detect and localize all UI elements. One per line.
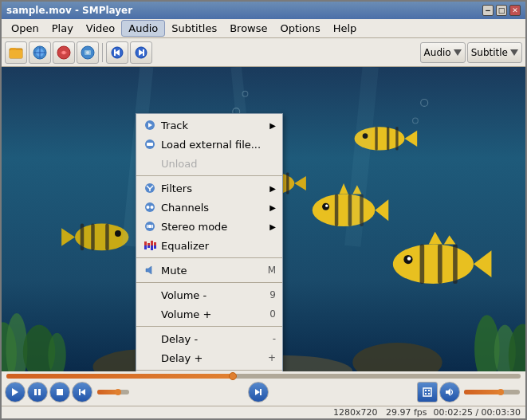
- skip-back-icon: [77, 387, 87, 397]
- menu-delay-up[interactable]: Delay + +: [136, 348, 282, 367]
- app-window: sample.mov - SMPlayer − □ ✕ Open Play Vi…: [0, 0, 527, 420]
- controls-row: [2, 380, 525, 406]
- load-external-label: Load external file...: [161, 139, 276, 151]
- delay-down-label: Delay -: [161, 333, 257, 345]
- svg-rect-86: [148, 225, 151, 228]
- progress-thumb[interactable]: [229, 372, 237, 380]
- open-button[interactable]: [5, 41, 27, 64]
- separator-after-delay: [136, 370, 282, 371]
- playback-time: 00:02:25 / 00:03:30: [433, 407, 521, 418]
- fullscreen-icon: [423, 387, 432, 397]
- svg-rect-1: [10, 50, 22, 58]
- delay-up-label: Delay +: [161, 352, 252, 364]
- svg-point-8: [62, 51, 65, 54]
- svg-rect-103: [260, 389, 262, 395]
- audio-dropdown-label: Audio: [424, 47, 451, 58]
- channels-label: Channels: [161, 202, 263, 214]
- filter-icon: [143, 181, 157, 195]
- svg-rect-101: [79, 389, 81, 395]
- volume-down-shortcut: 9: [269, 289, 276, 300]
- svg-rect-35: [335, 194, 338, 226]
- skip-back-button[interactable]: [72, 382, 92, 402]
- svg-rect-99: [57, 389, 63, 395]
- menu-help[interactable]: Help: [327, 21, 364, 36]
- maximize-button[interactable]: □: [496, 5, 507, 16]
- video-resolution: 1280x720 29.97 fps: [333, 407, 427, 418]
- close-button[interactable]: ✕: [509, 5, 521, 16]
- menu-unload: Unload: [136, 154, 282, 173]
- play-button[interactable]: [5, 382, 26, 402]
- menu-track[interactable]: Track ▶: [136, 116, 282, 135]
- svg-rect-79: [147, 143, 153, 146]
- menu-channels[interactable]: Channels ▶: [136, 198, 282, 217]
- delay-down-icon: [143, 332, 157, 346]
- mute-icon: [143, 263, 157, 277]
- svg-rect-87: [144, 241, 147, 245]
- menu-audio[interactable]: Audio: [121, 20, 165, 37]
- volume-thumb[interactable]: [498, 389, 504, 395]
- menu-options[interactable]: Options: [274, 21, 327, 36]
- menu-video[interactable]: Video: [80, 21, 121, 36]
- chevron-down-icon: [454, 49, 462, 56]
- svg-point-34: [325, 204, 328, 206]
- delay-down-shortcut: -: [273, 333, 276, 344]
- track-icon: [143, 118, 157, 132]
- menu-delay-down[interactable]: Delay - -: [136, 329, 282, 348]
- menu-play[interactable]: Play: [45, 21, 80, 36]
- menu-stereo-mode[interactable]: Stereo mode ▶: [136, 217, 282, 236]
- menu-browse[interactable]: Browse: [223, 21, 273, 36]
- audio-track-dropdown[interactable]: Audio: [420, 42, 466, 63]
- svg-rect-104: [423, 388, 431, 396]
- svg-rect-58: [105, 224, 108, 251]
- prev-button[interactable]: [106, 41, 128, 64]
- menu-load-external[interactable]: Load external file...: [136, 135, 282, 154]
- separator-after-mute: [136, 282, 282, 283]
- delay-up-icon: [143, 351, 157, 365]
- skip-forward-button[interactable]: [248, 382, 269, 402]
- stereo-icon: [143, 219, 157, 234]
- track-label: Track: [161, 120, 263, 131]
- subtitle-track-dropdown[interactable]: Subtitle: [467, 42, 522, 63]
- volume-slider[interactable]: [464, 390, 520, 394]
- svg-marker-102: [255, 389, 260, 395]
- next-button[interactable]: [130, 41, 152, 64]
- mute-shortcut: M: [268, 265, 276, 276]
- svg-rect-108: [428, 393, 430, 394]
- pause-button[interactable]: [27, 382, 48, 402]
- toolbar-btn-3[interactable]: [77, 41, 99, 64]
- window-controls: − □ ✕: [482, 5, 521, 16]
- toolbar-btn-1[interactable]: [29, 41, 51, 64]
- toolbar-btn-2[interactable]: [53, 41, 75, 64]
- skip-forward-icon: [254, 387, 263, 397]
- mute-label: Mute: [161, 265, 252, 277]
- progress-bar[interactable]: [6, 374, 521, 379]
- volume-button[interactable]: [439, 382, 460, 402]
- menu-subtitles[interactable]: Subtitles: [165, 21, 223, 36]
- unload-label: Unload: [161, 158, 276, 170]
- speaker-icon: [445, 387, 454, 397]
- mini-progress[interactable]: [97, 390, 129, 394]
- menu-filters[interactable]: Filters ▶: [136, 179, 282, 198]
- subtitle-chevron-icon: [510, 49, 518, 56]
- svg-rect-54: [286, 173, 289, 194]
- channels-arrow: ▶: [269, 203, 276, 212]
- menu-volume-up[interactable]: Volume + 0: [136, 304, 282, 324]
- video-area[interactable]: Track ▶ Load external file... Unload: [2, 67, 525, 371]
- minimize-button[interactable]: −: [482, 5, 494, 16]
- svg-marker-18: [454, 49, 462, 56]
- filters-arrow: ▶: [269, 184, 276, 193]
- stereo-mode-label: Stereo mode: [161, 221, 263, 233]
- stop-icon: [55, 387, 65, 397]
- menu-equalizer[interactable]: Equalizer: [136, 236, 282, 255]
- menu-open[interactable]: Open: [5, 21, 45, 36]
- fullscreen-button[interactable]: [417, 382, 438, 402]
- menu-mute[interactable]: Mute M: [136, 261, 282, 280]
- menu-volume-down[interactable]: Volume - 9: [136, 285, 282, 304]
- unload-icon: [143, 156, 157, 171]
- title-bar: sample.mov - SMPlayer − □ ✕: [2, 2, 525, 19]
- stop-button[interactable]: [49, 382, 70, 402]
- svg-rect-88: [144, 245, 147, 249]
- seek-area: [94, 390, 246, 394]
- volume-down-label: Volume -: [161, 289, 254, 301]
- volume-up-label: Volume +: [161, 308, 254, 320]
